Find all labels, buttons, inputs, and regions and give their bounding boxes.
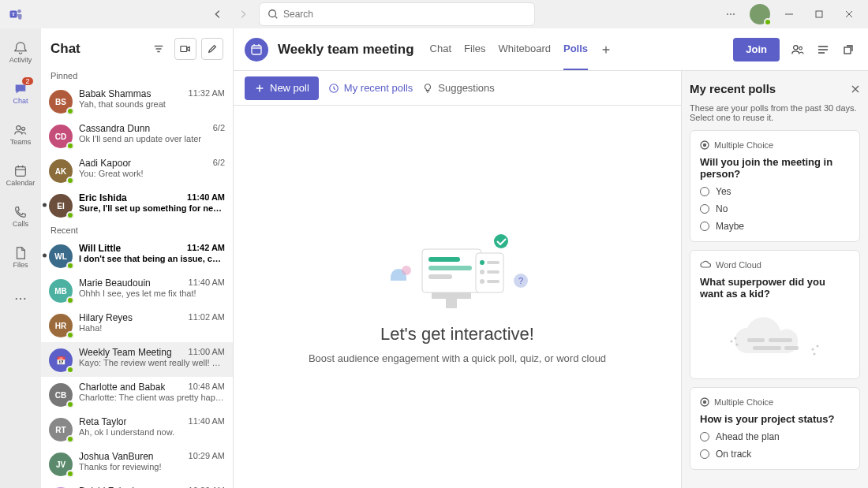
conversation-item[interactable]: RTReta Taylor11:40 AMAh, ok I understand…: [41, 412, 233, 446]
search-box[interactable]: [259, 2, 535, 26]
avatar: RT: [49, 418, 73, 441]
rail-item-chat[interactable]: Chat2: [3, 76, 38, 110]
suggestions-button[interactable]: Suggestions: [422, 82, 495, 94]
tab-whiteboard[interactable]: Whiteboard: [499, 28, 551, 70]
meeting-icon: [245, 38, 268, 61]
recap-button[interactable]: [814, 41, 832, 58]
recent-conversations: WLWill Little11:42 AMI don't see that be…: [41, 238, 233, 488]
conversation-name: Hilary Reyes: [79, 312, 133, 323]
svg-text:T: T: [12, 11, 16, 17]
conversation-item[interactable]: AKAadi Kapoor6/2You: Great work!: [41, 153, 233, 188]
svg-rect-23: [844, 47, 851, 54]
svg-point-43: [703, 143, 706, 147]
conversation-name: Reta Taylor: [79, 416, 126, 427]
conversation-item[interactable]: 📅Weekly Team Meeting11:00 AMKayo: The re…: [41, 342, 233, 377]
rail-label: Calls: [13, 221, 28, 228]
empty-title: Let's get interactive!: [380, 324, 534, 345]
poll-card[interactable]: Multiple ChoiceWill you join the meeting…: [690, 130, 860, 242]
poll-card[interactable]: Multiple ChoiceHow is your project statu…: [690, 387, 860, 470]
window-minimize-button[interactable]: [778, 3, 800, 25]
conversation-name: Aadi Kapoor: [79, 158, 131, 169]
poll-question: What superpower did you want as a kid?: [700, 276, 850, 300]
poll-option: Yes: [700, 186, 850, 197]
conversation-preview: I don't see that being an issue, can tak…: [79, 254, 225, 263]
conversation-name: Charlotte and Babak: [79, 382, 165, 393]
conversation-time: 11:02 AM: [189, 312, 225, 323]
rail-badge: 2: [22, 77, 33, 85]
conversation-item[interactable]: CBCharlotte and Babak10:48 AMCharlotte: …: [41, 377, 233, 412]
svg-point-35: [480, 270, 485, 274]
avatar: JV: [49, 453, 73, 476]
svg-rect-9: [16, 166, 26, 176]
conversation-header: Weekly team meeting ChatFilesWhiteboardP…: [234, 28, 868, 71]
search-input[interactable]: [283, 9, 526, 20]
rail-item-files[interactable]: Files: [3, 240, 38, 274]
conversation-item[interactable]: MBMarie Beaudouin11:40 AMOhhh I see, yes…: [41, 273, 233, 307]
nav-forward-button[interactable]: [234, 5, 253, 24]
conversation-preview: Thanks for reviewing!: [79, 462, 225, 471]
window-maximize-button[interactable]: [808, 3, 830, 25]
svg-point-51: [812, 348, 814, 351]
radio-icon: [700, 204, 709, 214]
meet-now-button[interactable]: [174, 38, 196, 60]
radio-icon: [700, 187, 709, 196]
new-chat-button[interactable]: [201, 38, 223, 60]
rail-label: Chat: [13, 98, 28, 105]
poll-question: Will you join the meeting in person?: [700, 156, 850, 180]
nav-back-button[interactable]: [208, 5, 227, 24]
rail-item-calls[interactable]: Calls: [3, 199, 38, 233]
calls-icon: [13, 205, 28, 219]
rail-item-calendar[interactable]: Calendar: [3, 158, 38, 192]
my-recent-polls-button[interactable]: My recent polls: [328, 82, 413, 94]
rail-item-teams[interactable]: Teams: [3, 117, 38, 151]
conversation-item[interactable]: BSBabak Shammas11:32 AMYah, that sounds …: [41, 84, 233, 118]
conversation-item[interactable]: JVJoshua VanBuren10:29 AMThanks for revi…: [41, 446, 233, 481]
svg-point-25: [494, 234, 508, 248]
poll-type: Multiple Choice: [700, 397, 850, 407]
conversation-preview: You: Great work!: [79, 169, 225, 178]
conversation-item[interactable]: CDCassandra Dunn6/2Ok I'll send an updat…: [41, 118, 233, 153]
rail-more-button[interactable]: ⋯: [3, 281, 38, 315]
poll-card[interactable]: Word CloudWhat superpower did you want a…: [690, 250, 860, 379]
tab-chat[interactable]: Chat: [430, 28, 451, 70]
side-panel-title: My recent polls: [690, 82, 776, 95]
conversation-preview: Charlotte: The client was pretty happy w…: [79, 393, 225, 402]
conversation-time: 11:40 AM: [189, 278, 225, 289]
conversation-time: 10:29 AM: [189, 451, 225, 462]
more-button[interactable]: ⋯: [720, 3, 742, 25]
polls-toolbar: New poll My recent polls Suggestions: [234, 71, 681, 106]
tab-files[interactable]: Files: [464, 28, 485, 70]
conversation-item[interactable]: WLWill Little11:42 AMI don't see that be…: [41, 238, 233, 273]
svg-rect-29: [428, 274, 452, 279]
avatar: CB: [49, 383, 73, 407]
rail-item-activity[interactable]: Activity: [3, 35, 38, 69]
svg-rect-27: [428, 257, 460, 262]
add-tab-button[interactable]: [597, 41, 615, 58]
people-button[interactable]: [789, 41, 806, 58]
side-panel-close-button[interactable]: [851, 84, 860, 94]
svg-rect-30: [432, 292, 471, 299]
radio-icon: [700, 449, 709, 459]
join-button[interactable]: Join: [733, 38, 780, 61]
window-close-button[interactable]: [838, 3, 860, 25]
conversation-time: 11:00 AM: [189, 347, 225, 358]
svg-rect-47: [784, 346, 799, 350]
conversation-time: 10:48 AM: [189, 382, 225, 393]
conversation-item[interactable]: HRHilary Reyes11:02 AMHaha!: [41, 307, 233, 342]
polls-empty-state: ? Let's get interactive! Boost audience …: [234, 106, 681, 488]
conversation-item[interactable]: DFDaichi Fukuda10:20 AMYou: Thank you!!: [41, 481, 233, 488]
polls-pane: New poll My recent polls Suggestions: [234, 71, 682, 488]
teams-icon: [13, 123, 28, 137]
avatar: WL: [49, 244, 73, 268]
poll-type: Word Cloud: [700, 260, 850, 270]
me-avatar[interactable]: [750, 4, 770, 24]
conversation-time: 11:40 AM: [187, 192, 225, 203]
popout-button[interactable]: [840, 41, 857, 58]
conversation-item[interactable]: EIEric Ishida11:40 AMSure, I'll set up s…: [41, 188, 233, 222]
tab-polls[interactable]: Polls: [563, 28, 588, 70]
activity-icon: [13, 41, 28, 55]
filter-button[interactable]: [148, 38, 170, 60]
chat-list-title: Chat: [51, 41, 143, 57]
svg-point-50: [736, 344, 739, 346]
new-poll-button[interactable]: New poll: [245, 76, 319, 100]
